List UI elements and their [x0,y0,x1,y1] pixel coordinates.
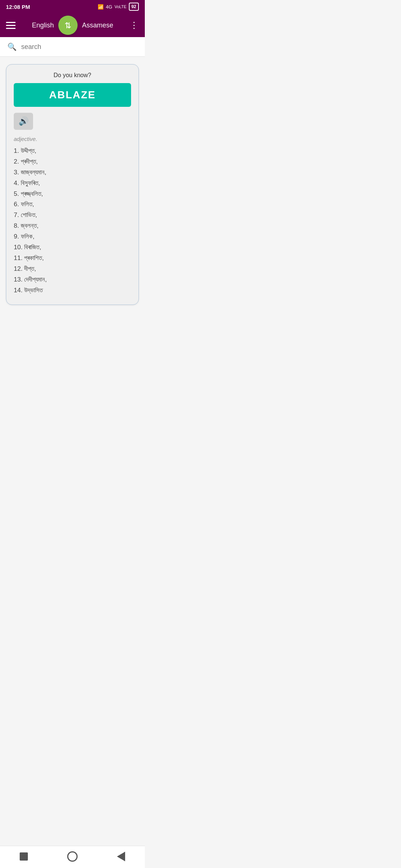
definition-item: 9. ফলিক, [14,231,131,242]
definition-item: 12. দীপ্ত, [14,264,131,274]
definition-item: 13. দেদীপ্যমান, [14,274,131,285]
toolbar: English ⇄ Assamese ⋮ [0,13,145,37]
definition-item: 3. জাজ্বল্যমান, [14,167,131,178]
status-bar: 12:08 PM 📶 4G VoLTE 92 [0,0,145,13]
signal-icon: 📶 [98,4,104,10]
card-wrapper: Do you know? ABLAZE 🔊 adjective. 1. উদ্দ… [0,57,145,312]
definition-item: 1. উদ্দীপ্ত, [14,146,131,157]
do-you-know-label: Do you know? [14,72,131,79]
search-input[interactable] [21,43,137,51]
definition-item: 4. বিস্ফুৰিত, [14,178,131,189]
definition-item: 5. প্ৰজ্জ্বলিত, [14,189,131,200]
definition-item: 6. ফলিত, [14,199,131,210]
word-card: Do you know? ABLAZE 🔊 adjective. 1. উদ্দ… [6,64,139,305]
speaker-icon: 🔊 [19,116,29,126]
status-icons: 📶 4G VoLTE 92 [98,3,139,11]
more-options-icon[interactable]: ⋮ [130,20,139,30]
battery-badge: 92 [129,3,139,11]
toolbar-center: English ⇄ Assamese [16,16,130,35]
speaker-button[interactable]: 🔊 [14,113,33,130]
toolbar-left [6,22,16,29]
word-banner: ABLAZE [14,83,131,107]
status-time: 12:08 PM [6,4,30,10]
target-language-label: Assamese [82,22,113,29]
search-icon: 🔍 [7,42,17,51]
search-bar: 🔍 [0,37,145,57]
swap-icon: ⇄ [63,22,73,29]
swap-languages-button[interactable]: ⇄ [58,16,78,35]
network-type: 4G [106,4,112,10]
definitions-list: 1. উদ্দীপ্ত,2. প্ৰদীপ্ত,3. জাজ্বল্যমান,4… [14,146,131,296]
definition-item: 10. বিৰাজিত, [14,242,131,253]
definition-item: 7. শোভিত, [14,210,131,221]
definition-item: 14. উদ্ভাসিত [14,285,131,296]
definition-item: 2. প্ৰদীপ্ত, [14,157,131,167]
word-type-label: adjective. [14,136,131,142]
voip-icon: VoLTE [114,4,126,9]
definition-item: 11. প্ৰকাশিত, [14,253,131,264]
definition-item: 8. জ্বলন্ত, [14,221,131,231]
source-language-label: English [32,22,54,29]
word-text: ABLAZE [49,89,96,101]
toolbar-right: ⋮ [130,20,139,30]
menu-button[interactable] [6,22,16,29]
